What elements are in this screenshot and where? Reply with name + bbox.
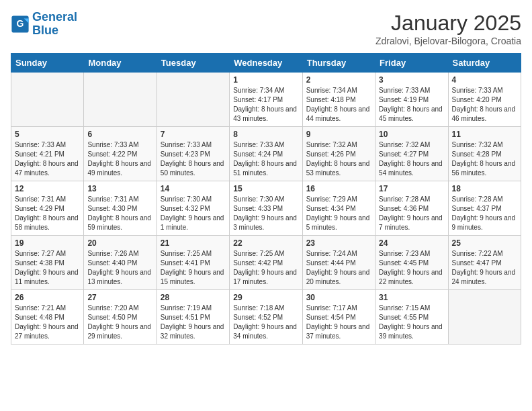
day-number: 7 (161, 130, 226, 139)
day-number: 2 (306, 75, 371, 85)
calendar-cell: 1Sunrise: 7:34 AM Sunset: 4:17 PM Daylig… (230, 73, 302, 127)
day-info: Sunrise: 7:29 AM Sunset: 4:34 PM Dayligh… (306, 195, 371, 232)
day-number: 19 (15, 238, 80, 248)
calendar-cell (448, 290, 521, 345)
day-number: 26 (15, 293, 80, 302)
calendar-cell (11, 73, 84, 127)
day-number: 5 (15, 130, 80, 139)
day-info: Sunrise: 7:33 AM Sunset: 4:23 PM Dayligh… (161, 140, 226, 178)
logo-text: GeneralBlue (32, 11, 77, 38)
day-number: 14 (161, 184, 226, 193)
calendar-cell: 3Sunrise: 7:33 AM Sunset: 4:19 PM Daylig… (375, 73, 448, 127)
calendar-cell: 12Sunrise: 7:31 AM Sunset: 4:29 PM Dayli… (11, 181, 84, 236)
day-number: 28 (161, 293, 226, 302)
calendar-cell: 25Sunrise: 7:22 AM Sunset: 4:47 PM Dayli… (448, 236, 521, 290)
day-info: Sunrise: 7:30 AM Sunset: 4:33 PM Dayligh… (233, 195, 298, 232)
calendar-cell: 27Sunrise: 7:20 AM Sunset: 4:50 PM Dayli… (84, 290, 157, 345)
day-info: Sunrise: 7:33 AM Sunset: 4:19 PM Dayligh… (379, 86, 444, 124)
day-number: 18 (452, 184, 517, 193)
day-number: 31 (379, 293, 444, 302)
calendar-cell: 17Sunrise: 7:28 AM Sunset: 4:36 PM Dayli… (375, 181, 448, 236)
day-number: 13 (87, 184, 152, 193)
calendar-cell (84, 73, 157, 127)
day-number: 30 (306, 293, 371, 302)
calendar-cell: 6Sunrise: 7:33 AM Sunset: 4:22 PM Daylig… (84, 127, 157, 181)
calendar-cell: 28Sunrise: 7:19 AM Sunset: 4:51 PM Dayli… (157, 290, 229, 345)
day-number: 3 (379, 75, 444, 85)
logo: G GeneralBlue (11, 11, 77, 38)
calendar-cell: 9Sunrise: 7:32 AM Sunset: 4:26 PM Daylig… (302, 127, 375, 181)
day-number: 4 (452, 75, 517, 85)
day-number: 27 (87, 293, 152, 302)
calendar-cell: 10Sunrise: 7:32 AM Sunset: 4:27 PM Dayli… (375, 127, 448, 181)
day-info: Sunrise: 7:34 AM Sunset: 4:18 PM Dayligh… (306, 86, 371, 124)
day-info: Sunrise: 7:25 AM Sunset: 4:41 PM Dayligh… (161, 249, 226, 287)
day-number: 1 (233, 75, 298, 85)
day-number: 16 (306, 184, 371, 193)
day-info: Sunrise: 7:32 AM Sunset: 4:27 PM Dayligh… (379, 140, 444, 178)
calendar-subtitle: Zdralovi, Bjelovar-Bilogora, Croatia (375, 36, 521, 46)
calendar-week-row: 19Sunrise: 7:27 AM Sunset: 4:38 PM Dayli… (11, 236, 521, 290)
calendar-cell: 20Sunrise: 7:26 AM Sunset: 4:40 PM Dayli… (84, 236, 157, 290)
weekday-header: Saturday (448, 54, 521, 73)
day-number: 10 (379, 130, 444, 139)
calendar-cell: 26Sunrise: 7:21 AM Sunset: 4:48 PM Dayli… (11, 290, 84, 345)
day-info: Sunrise: 7:32 AM Sunset: 4:28 PM Dayligh… (452, 140, 517, 178)
day-info: Sunrise: 7:33 AM Sunset: 4:22 PM Dayligh… (87, 140, 152, 178)
day-number: 11 (452, 130, 517, 139)
calendar-cell: 24Sunrise: 7:23 AM Sunset: 4:45 PM Dayli… (375, 236, 448, 290)
day-number: 6 (87, 130, 152, 139)
day-number: 8 (233, 130, 298, 139)
day-info: Sunrise: 7:23 AM Sunset: 4:45 PM Dayligh… (379, 249, 444, 287)
weekday-header: Friday (375, 54, 448, 73)
day-number: 23 (306, 238, 371, 248)
day-number: 9 (306, 130, 371, 139)
weekday-header: Thursday (302, 54, 375, 73)
calendar-cell: 18Sunrise: 7:28 AM Sunset: 4:37 PM Dayli… (448, 181, 521, 236)
calendar-cell: 4Sunrise: 7:33 AM Sunset: 4:20 PM Daylig… (448, 73, 521, 127)
calendar-cell: 2Sunrise: 7:34 AM Sunset: 4:18 PM Daylig… (302, 73, 375, 127)
day-info: Sunrise: 7:17 AM Sunset: 4:54 PM Dayligh… (306, 304, 371, 341)
calendar-cell: 19Sunrise: 7:27 AM Sunset: 4:38 PM Dayli… (11, 236, 84, 290)
calendar-week-row: 5Sunrise: 7:33 AM Sunset: 4:21 PM Daylig… (11, 127, 521, 181)
day-number: 22 (233, 238, 298, 248)
calendar-table: SundayMondayTuesdayWednesdayThursdayFrid… (11, 53, 521, 345)
calendar-cell: 15Sunrise: 7:30 AM Sunset: 4:33 PM Dayli… (230, 181, 302, 236)
day-info: Sunrise: 7:25 AM Sunset: 4:42 PM Dayligh… (233, 249, 298, 287)
day-info: Sunrise: 7:33 AM Sunset: 4:24 PM Dayligh… (233, 140, 298, 178)
day-info: Sunrise: 7:28 AM Sunset: 4:36 PM Dayligh… (379, 195, 444, 232)
weekday-header: Tuesday (157, 54, 229, 73)
day-number: 17 (379, 184, 444, 193)
calendar-cell: 13Sunrise: 7:31 AM Sunset: 4:30 PM Dayli… (84, 181, 157, 236)
calendar-cell: 22Sunrise: 7:25 AM Sunset: 4:42 PM Dayli… (230, 236, 302, 290)
calendar-cell: 21Sunrise: 7:25 AM Sunset: 4:41 PM Dayli… (157, 236, 229, 290)
calendar-cell: 29Sunrise: 7:18 AM Sunset: 4:52 PM Dayli… (230, 290, 302, 345)
day-info: Sunrise: 7:33 AM Sunset: 4:21 PM Dayligh… (15, 140, 80, 178)
day-info: Sunrise: 7:33 AM Sunset: 4:20 PM Dayligh… (452, 86, 517, 124)
calendar-cell: 14Sunrise: 7:30 AM Sunset: 4:32 PM Dayli… (157, 181, 229, 236)
calendar-week-row: 26Sunrise: 7:21 AM Sunset: 4:48 PM Dayli… (11, 290, 521, 345)
svg-text:G: G (17, 18, 24, 29)
day-info: Sunrise: 7:32 AM Sunset: 4:26 PM Dayligh… (306, 140, 371, 178)
day-number: 21 (161, 238, 226, 248)
calendar-week-row: 1Sunrise: 7:34 AM Sunset: 4:17 PM Daylig… (11, 73, 521, 127)
weekday-header: Monday (84, 54, 157, 73)
day-info: Sunrise: 7:28 AM Sunset: 4:37 PM Dayligh… (452, 195, 517, 232)
calendar-cell: 31Sunrise: 7:15 AM Sunset: 4:55 PM Dayli… (375, 290, 448, 345)
calendar-cell: 30Sunrise: 7:17 AM Sunset: 4:54 PM Dayli… (302, 290, 375, 345)
calendar-cell: 8Sunrise: 7:33 AM Sunset: 4:24 PM Daylig… (230, 127, 302, 181)
day-info: Sunrise: 7:22 AM Sunset: 4:47 PM Dayligh… (452, 249, 517, 287)
day-number: 15 (233, 184, 298, 193)
day-info: Sunrise: 7:19 AM Sunset: 4:51 PM Dayligh… (161, 304, 226, 341)
day-number: 20 (87, 238, 152, 248)
calendar-cell: 7Sunrise: 7:33 AM Sunset: 4:23 PM Daylig… (157, 127, 229, 181)
day-info: Sunrise: 7:31 AM Sunset: 4:30 PM Dayligh… (87, 195, 152, 232)
day-info: Sunrise: 7:20 AM Sunset: 4:50 PM Dayligh… (87, 304, 152, 341)
calendar-week-row: 12Sunrise: 7:31 AM Sunset: 4:29 PM Dayli… (11, 181, 521, 236)
day-info: Sunrise: 7:31 AM Sunset: 4:29 PM Dayligh… (15, 195, 80, 232)
page-header: G GeneralBlue January 2025 Zdralovi, Bje… (11, 11, 521, 46)
day-info: Sunrise: 7:15 AM Sunset: 4:55 PM Dayligh… (379, 304, 444, 341)
calendar-cell: 23Sunrise: 7:24 AM Sunset: 4:44 PM Dayli… (302, 236, 375, 290)
day-number: 24 (379, 238, 444, 248)
calendar-cell: 11Sunrise: 7:32 AM Sunset: 4:28 PM Dayli… (448, 127, 521, 181)
